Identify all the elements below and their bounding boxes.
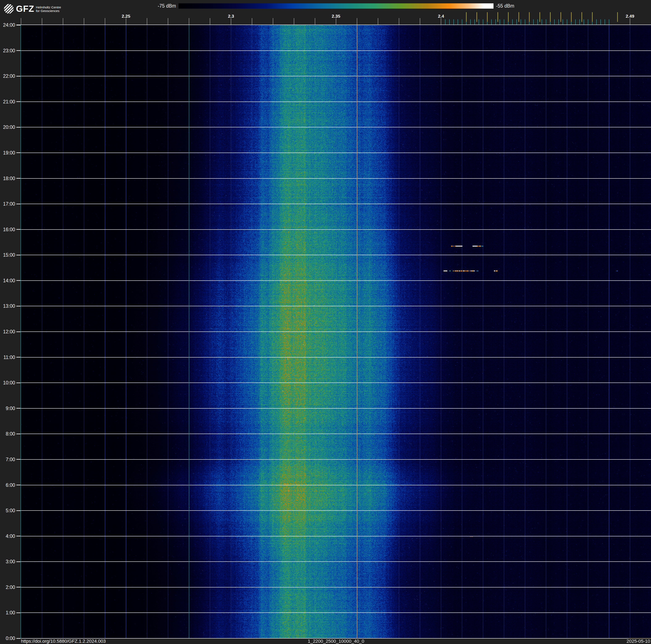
hour-label: 9:00 — [0, 405, 15, 411]
wifi-channel-tick — [592, 12, 593, 22]
freq-tick — [189, 18, 189, 25]
hour-tick — [17, 357, 21, 357]
hour-tick — [17, 510, 21, 511]
freq-tick — [399, 18, 399, 25]
freq-gridline — [399, 25, 399, 638]
ble-channel-tick — [483, 19, 483, 25]
ble-channel-tick — [600, 19, 601, 25]
hour-tick — [17, 204, 21, 204]
freq-tick — [105, 18, 105, 25]
hour-tick — [17, 331, 21, 332]
freq-gridline — [441, 25, 441, 638]
gfz-logo-icon — [4, 4, 14, 14]
hour-label: 0:00 — [0, 635, 15, 641]
colorbar-gradient — [179, 3, 494, 9]
freq-gridline — [609, 25, 609, 638]
hour-label: 12:00 — [0, 329, 15, 334]
hour-label: 6:00 — [0, 482, 15, 488]
hour-tick — [17, 536, 21, 536]
wifi-channel-tick — [476, 12, 477, 22]
freq-gridline — [231, 25, 231, 638]
freq-tick — [441, 18, 441, 25]
ble-channel-tick — [512, 19, 513, 25]
wifi-channel-tick — [487, 12, 488, 22]
ble-channel-tick — [445, 19, 445, 25]
ble-channel-tick — [541, 19, 542, 25]
hour-tick — [17, 383, 21, 383]
hour-tick — [17, 50, 21, 51]
hour-tick — [17, 178, 21, 179]
hour-label: 18:00 — [0, 176, 15, 181]
hour-tick — [17, 76, 21, 77]
freq-tick — [21, 18, 21, 25]
ble-channel-tick — [588, 19, 588, 25]
wifi-channel-tick — [560, 12, 561, 22]
ble-channel-tick — [537, 19, 538, 25]
hour-label: 13:00 — [0, 303, 15, 309]
freq-gridline — [504, 25, 504, 638]
hour-label: 14:00 — [0, 277, 15, 284]
brand-subtitle-line1: Helmholtz Centre — [36, 5, 61, 9]
freq-axis-label: 2.35 — [332, 13, 340, 19]
wifi-channel-tick — [582, 12, 582, 22]
freq-tick — [420, 18, 420, 25]
hour-label: 1:00 — [0, 610, 15, 616]
freq-tick — [294, 18, 294, 25]
hour-label: 4:00 — [0, 533, 15, 539]
freq-gridline — [630, 25, 630, 638]
hour-label: 21:00 — [0, 99, 15, 105]
hour-tick — [17, 229, 21, 230]
dataset-text: 1_2200_2500_10000_40_0 — [21, 639, 651, 644]
ble-channel-tick — [449, 19, 450, 25]
hour-tick — [17, 127, 21, 127]
ble-channel-tick — [609, 19, 609, 25]
freq-tick — [378, 18, 378, 25]
ble-channel-tick — [478, 19, 479, 25]
freq-gridline — [84, 25, 84, 638]
freq-gridline — [147, 25, 147, 638]
ble-channel-tick — [567, 19, 567, 25]
freq-tick — [252, 18, 252, 25]
wifi-channel-tick — [519, 12, 519, 22]
hour-tick — [17, 561, 21, 562]
freq-tick — [84, 18, 84, 25]
colorbar-max-label: -55 dBm — [496, 3, 542, 9]
freq-axis-label: 2.3 — [228, 13, 234, 19]
freq-gridline — [462, 25, 462, 638]
hour-tick — [17, 255, 21, 255]
hour-label: 7:00 — [0, 457, 15, 462]
freq-gridline — [168, 25, 168, 638]
freq-tick — [315, 18, 315, 25]
freq-gridline — [210, 25, 210, 638]
hour-label: 16:00 — [0, 227, 15, 232]
freq-tick — [42, 18, 42, 25]
freq-gridline — [483, 25, 483, 638]
freq-gridline — [588, 25, 588, 638]
wifi-channel-tick — [539, 12, 540, 22]
wifi-channel-tick — [529, 12, 530, 22]
freq-gridline — [420, 25, 420, 638]
freq-gridline — [336, 25, 336, 638]
freq-gridline — [126, 25, 126, 638]
freq-gridline — [378, 25, 378, 638]
freq-tick — [231, 18, 231, 25]
marker-line-2.28 — [189, 25, 189, 638]
ble-channel-tick — [579, 19, 580, 25]
hour-tick — [17, 434, 21, 434]
ble-channel-tick — [604, 19, 605, 25]
hour-label: 2:00 — [0, 584, 15, 590]
brand-text: GFZ — [16, 4, 34, 14]
wifi-channel-tick — [508, 12, 508, 22]
freq-gridline — [273, 25, 273, 638]
ble-channel-tick — [504, 19, 504, 25]
hour-tick — [17, 101, 21, 102]
brand-subtitle-line2: for Geosciences — [36, 9, 59, 12]
freq-gridline — [525, 25, 525, 638]
hour-label: 19:00 — [0, 150, 15, 156]
ble-channel-tick — [517, 19, 517, 25]
wifi-channel-tick — [617, 12, 618, 22]
ble-channel-tick — [470, 19, 471, 25]
ble-channel-tick — [521, 19, 521, 25]
freq-tick — [147, 18, 147, 25]
marker-line-2.36 — [357, 25, 358, 638]
